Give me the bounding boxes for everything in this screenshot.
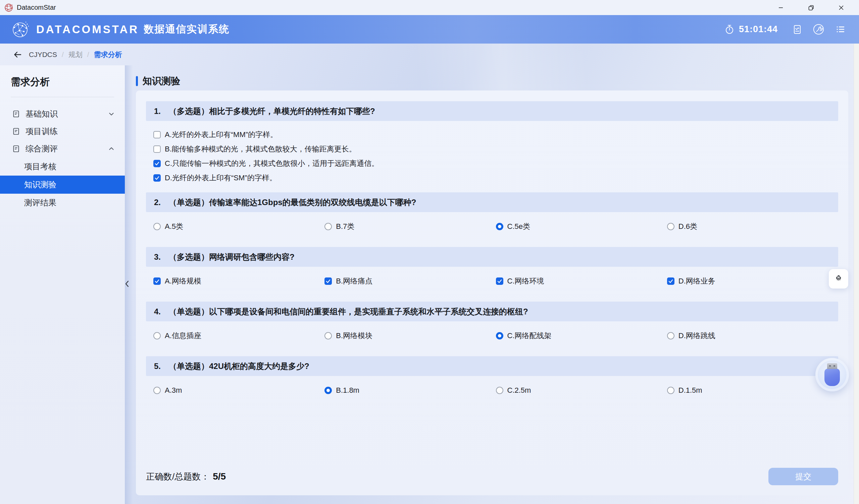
- question-number: 1.: [154, 107, 161, 116]
- question-1-option-c[interactable]: C.只能传输一种模式的光，其模式色散很小，适用于远距离通信。: [153, 159, 838, 168]
- sidebar-subitem-assessment-result[interactable]: 测评结果: [0, 194, 125, 212]
- scrollbar-track[interactable]: [854, 44, 859, 504]
- option-label: D.网络业务: [678, 277, 715, 285]
- checkbox-icon[interactable]: [153, 160, 161, 167]
- radio-icon[interactable]: [496, 332, 503, 340]
- radio-icon[interactable]: [496, 387, 503, 394]
- app-window: DatacomStar: [0, 0, 859, 504]
- list-menu-icon[interactable]: [834, 23, 846, 35]
- minimize-button[interactable]: [766, 0, 796, 15]
- option-label: B.能传输多种模式的光，其模式色散较大，传输距离更长。: [165, 145, 356, 154]
- radio-icon[interactable]: [667, 332, 675, 340]
- sidebar-subitem-knowledge-quiz[interactable]: 知识测验: [0, 176, 125, 194]
- question-2-option-b[interactable]: B.7类: [325, 222, 496, 231]
- question-2-header: 2. （单选题）传输速率能达1Gbps的最低类别的双绞线电缆是以下哪种?: [146, 192, 838, 212]
- question-number: 3.: [154, 252, 161, 262]
- question-5-option-a[interactable]: A.3m: [153, 386, 325, 395]
- sidebar-title: 需求分析: [11, 75, 125, 89]
- checkbox-icon[interactable]: [667, 278, 675, 285]
- restore-button[interactable]: [796, 0, 826, 15]
- breadcrumb-stage[interactable]: 规划: [69, 50, 82, 59]
- question-1-option-b[interactable]: B.能传输多种模式的光，其模式色散较大，传输距离更长。: [153, 145, 838, 154]
- question-3-option-b[interactable]: B.网络痛点: [325, 277, 496, 285]
- sidebar-item-comprehensive-assessment[interactable]: 综合测评: [0, 140, 125, 157]
- question-4-option-d[interactable]: D.网络跳线: [667, 331, 838, 340]
- radio-icon[interactable]: [153, 387, 161, 394]
- sidebar-item-project-training[interactable]: 项目训练: [0, 123, 125, 140]
- breadcrumb: CJYDCS / 规划 / 需求分析: [0, 44, 122, 65]
- main-content: 知识测验 1. （多选题）相比于多模光纤，单模光纤的特性有如下哪些? A.光纤的…: [125, 65, 859, 504]
- question-number: 4.: [154, 307, 161, 316]
- wrench-circle-icon[interactable]: [813, 23, 825, 35]
- radio-icon[interactable]: [325, 223, 332, 230]
- question-5-option-c[interactable]: C.2.5m: [496, 386, 667, 395]
- checkbox-icon[interactable]: [153, 278, 161, 285]
- sidebar-subitem-label: 测评结果: [24, 198, 56, 208]
- brand-globe-icon: [11, 20, 30, 39]
- document-icon: [12, 127, 20, 136]
- option-label: D.网络跳线: [678, 331, 715, 340]
- radio-icon[interactable]: [153, 332, 161, 340]
- checkbox-icon[interactable]: [153, 131, 161, 138]
- radio-icon[interactable]: [153, 223, 161, 230]
- report-icon[interactable]: [792, 24, 803, 35]
- sidebar-divider: [11, 97, 114, 97]
- radio-icon[interactable]: [325, 387, 332, 394]
- back-arrow-icon[interactable]: [13, 50, 22, 59]
- question-3-header: 3. （多选题）网络调研包含哪些内容?: [146, 247, 838, 267]
- header-actions: 51:01:44: [724, 23, 859, 35]
- option-label: A.信息插座: [165, 331, 201, 340]
- option-label: B.7类: [336, 222, 355, 231]
- radio-icon[interactable]: [667, 387, 675, 394]
- question-3-option-d[interactable]: D.网络业务: [667, 277, 838, 285]
- sidebar-collapse-handle[interactable]: [123, 279, 132, 289]
- option-label: D.6类: [678, 222, 697, 231]
- app-logo-icon: [4, 3, 14, 13]
- question-1-option-a[interactable]: A.光纤的外表上印有“MM”的字样。: [153, 130, 838, 139]
- quiz-panel: 1. （多选题）相比于多模光纤，单模光纤的特性有如下哪些? A.光纤的外表上印有…: [136, 91, 848, 495]
- checkbox-icon[interactable]: [153, 174, 161, 182]
- question-4-option-c[interactable]: C.网络配线架: [496, 331, 667, 340]
- question-3-option-c[interactable]: C.网络环境: [496, 277, 667, 285]
- checkbox-icon[interactable]: [153, 145, 161, 153]
- checkbox-icon[interactable]: [325, 278, 332, 285]
- option-label: C.网络环境: [507, 277, 544, 285]
- usb-device-button[interactable]: [815, 358, 849, 391]
- radio-icon[interactable]: [667, 223, 675, 230]
- countdown-timer: 51:01:44: [739, 24, 778, 34]
- question-2-options: A.5类 B.7类 C.5e类 D.6类: [146, 212, 838, 247]
- question-2-option-d[interactable]: D.6类: [667, 222, 838, 231]
- question-1-options: A.光纤的外表上印有“MM”的字样。 B.能传输多种模式的光，其模式色散较大，传…: [146, 121, 838, 192]
- document-icon: [12, 110, 20, 118]
- question-4-option-b[interactable]: B.网络模块: [325, 331, 496, 340]
- question-4-option-a[interactable]: A.信息插座: [153, 331, 325, 340]
- question-4-options: A.信息插座 B.网络模块 C.网络配线架 D.网络跳线: [146, 321, 838, 356]
- usb-drive-body: [825, 368, 840, 386]
- sidebar-item-basic-knowledge[interactable]: 基础知识: [0, 105, 125, 123]
- app-header: DATACOMSTAR 数据通信实训系统 51:01:44: [0, 15, 859, 44]
- clear-tools-button[interactable]: [829, 269, 848, 288]
- checkbox-icon[interactable]: [496, 278, 503, 285]
- sidebar: 需求分析 基础知识 项目训练: [0, 65, 125, 504]
- system-name: 数据通信实训系统: [144, 22, 229, 36]
- sidebar-subitem-project-exam[interactable]: 项目考核: [0, 157, 125, 176]
- radio-icon[interactable]: [496, 223, 503, 230]
- question-3-option-a[interactable]: A.网络规模: [153, 277, 325, 285]
- question-5-option-b[interactable]: B.1.8m: [325, 386, 496, 395]
- question-5-header: 5. （单选题）42U机柜的高度大约是多少?: [146, 356, 838, 376]
- question-2-option-c[interactable]: C.5e类: [496, 222, 667, 231]
- question-1-option-d[interactable]: D.光纤的外表上印有“SM”的字样。: [153, 174, 838, 182]
- question-number: 5.: [154, 362, 161, 371]
- document-icon: [12, 145, 20, 153]
- question-1-header: 1. （多选题）相比于多模光纤，单模光纤的特性有如下哪些?: [146, 101, 838, 121]
- radio-icon[interactable]: [325, 332, 332, 340]
- breadcrumb-current: 需求分析: [94, 50, 122, 59]
- chevron-left-icon: [124, 280, 130, 288]
- question-2-option-a[interactable]: A.5类: [153, 222, 325, 231]
- close-button[interactable]: [826, 0, 856, 15]
- question-5-option-d[interactable]: D.1.5m: [667, 386, 838, 395]
- question-title: （多选题）相比于多模光纤，单模光纤的特性有如下哪些?: [169, 106, 375, 116]
- chevron-down-icon: [108, 111, 115, 117]
- submit-button[interactable]: 提交: [768, 468, 838, 485]
- breadcrumb-project[interactable]: CJYDCS: [29, 51, 57, 59]
